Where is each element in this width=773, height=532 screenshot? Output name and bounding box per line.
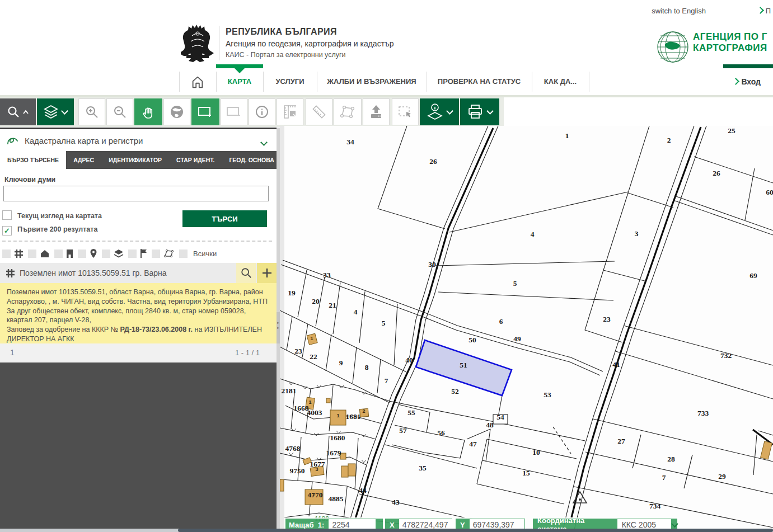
add-result-button[interactable]	[257, 263, 277, 283]
tab-quick-search[interactable]: БЪРЗО ТЪРСЕНЕ	[0, 151, 66, 169]
search-sidebar: Кадастрална карта и регистри БЪРЗО ТЪРСЕ…	[0, 128, 277, 532]
tab-old-identifier[interactable]: СТАР ИДЕНТ.	[169, 151, 222, 169]
filter-checkbox[interactable]	[128, 249, 137, 258]
horizontal-scrollbar[interactable]	[0, 529, 773, 532]
zoom-out-button[interactable]	[106, 98, 133, 125]
parcel-label: 40	[405, 356, 413, 364]
header-divider	[219, 26, 219, 60]
login-button[interactable]: Вход	[733, 68, 761, 95]
panel-header[interactable]: Кадастрална карта и регистри	[0, 128, 277, 151]
parcel-label: 3	[315, 467, 318, 472]
parcel-label: 7	[385, 376, 388, 385]
first-200-checkbox[interactable]: ✓	[2, 226, 12, 236]
nav-separator	[589, 72, 589, 92]
filter-checkbox[interactable]	[179, 249, 188, 258]
coat-of-arms-logo	[181, 23, 214, 63]
measure-area-button[interactable]	[277, 98, 303, 125]
filter-checkbox[interactable]	[2, 249, 11, 258]
zoom-in-button[interactable]	[78, 98, 105, 125]
pan-tool-button[interactable]	[134, 98, 162, 125]
panel-title: Кадастрална карта и регистри	[25, 136, 143, 145]
result-detail-box[interactable]: Поземлен имот 10135.5059.51, област Варн…	[0, 283, 277, 343]
home-button[interactable]	[179, 68, 216, 95]
filter-checkbox[interactable]	[152, 249, 160, 258]
parcel-label: 57	[399, 426, 407, 435]
tab-kak-da[interactable]: КАК ДА...	[532, 68, 589, 95]
caret-up-icon	[22, 110, 29, 114]
parcel-label: 5	[382, 319, 386, 327]
parcel-label: 3	[635, 229, 639, 238]
parcel-label: 8	[365, 363, 369, 371]
zoom-out-icon	[113, 105, 127, 119]
parcel-label: 30	[428, 260, 436, 269]
search-tool-button[interactable]	[0, 98, 36, 125]
app-window: switch to English П РЕПУБЛИКА БЪЛГАРИЯ А…	[0, 0, 773, 532]
search-result-row[interactable]: Поземлен имот 10135.5059.51 гр. Варна	[0, 263, 277, 283]
parcel-label: 21	[329, 301, 336, 309]
select-rect-cursor-icon	[397, 104, 413, 120]
parcel-label: 1	[565, 131, 569, 140]
layers-icon	[44, 105, 58, 119]
chevron-down-icon[interactable]	[260, 139, 268, 146]
page-range: 1 - 1 / 1	[235, 349, 260, 357]
result-order-number: РД-18-73/23.06.2008 г.	[120, 326, 193, 333]
apartment-icon	[66, 249, 73, 258]
top-partial-link[interactable]: П	[758, 7, 771, 15]
filter-checkbox[interactable]	[54, 249, 63, 258]
search-button[interactable]: ТЪРСИ	[182, 210, 267, 227]
active-tab-indicator	[216, 64, 263, 68]
panel-splitter[interactable]: ▸▸	[277, 128, 280, 532]
zoom-rectangle-in-button[interactable]	[191, 98, 219, 125]
measure-polygon-button[interactable]	[334, 98, 362, 125]
current-view-checkbox[interactable]	[2, 210, 12, 220]
filter-checkbox[interactable]	[102, 249, 110, 258]
zoom-to-result-button[interactable]	[236, 263, 256, 283]
tab-geodetic-basis[interactable]: ГЕОД. ОСНОВА	[222, 151, 281, 169]
globe-icon	[170, 105, 184, 119]
parcel-label: 47	[469, 440, 477, 448]
parcel-label: 22	[310, 352, 317, 361]
parcel-label: 23	[294, 347, 302, 355]
filter-all-label: Всички	[193, 249, 217, 258]
upload-button[interactable]	[363, 98, 390, 125]
zoom-in-icon	[85, 105, 99, 119]
parcel-label: 1	[308, 399, 311, 405]
parcel-label: 28	[667, 455, 675, 463]
map-toolbar	[0, 97, 504, 127]
switch-language-link[interactable]: switch to English	[652, 7, 706, 15]
panel-collapse-handle[interactable]: ▸▸	[277, 312, 280, 343]
tab-proverka[interactable]: ПРОВЕРКА НА СТАТУС	[427, 68, 532, 95]
tab-zhalbi[interactable]: ЖАЛБИ И ВЪЗРАЖЕНИЯ	[317, 68, 427, 95]
tab-identifier[interactable]: ИДЕНТИФИКАТОР	[101, 151, 169, 169]
filter-checkbox[interactable]	[28, 249, 36, 258]
parcel-grid-icon	[6, 269, 15, 278]
search-tabs: БЪРЗО ТЪРСЕНЕ АДРЕС ИДЕНТИФИКАТОР СТАР И…	[0, 151, 277, 169]
parcel-label: 2	[667, 136, 671, 144]
current-view-option[interactable]: Текущ изглед на картата	[2, 210, 102, 220]
first-200-option[interactable]: ✓Първите 200 резултата	[2, 225, 97, 236]
map-canvas[interactable]: 3426122526604330569233319202145650492322…	[280, 126, 773, 532]
measure-distance-button[interactable]	[306, 98, 332, 125]
divider	[2, 241, 272, 242]
search-icon	[7, 105, 20, 119]
zoom-rectangle-out-button[interactable]	[221, 98, 247, 125]
filter-checkbox[interactable]	[78, 249, 86, 258]
flag-icon	[140, 248, 147, 258]
layers-tool-button[interactable]	[37, 98, 74, 125]
layer-info-dropdown-button[interactable]	[420, 98, 459, 125]
upload-icon	[368, 104, 384, 120]
keywords-input[interactable]	[3, 186, 269, 201]
result-order-prefix: Заповед за одобрение на КККР №	[7, 326, 120, 333]
main-navigation: КАРТА УСЛУГИ ЖАЛБИ И ВЪЗРАЖЕНИЯ ПРОВЕРКА…	[0, 68, 773, 95]
parcel-label: 5	[513, 279, 517, 288]
world-extent-button[interactable]	[163, 98, 190, 125]
info-tool-button[interactable]	[249, 98, 275, 125]
parcel-label: 53	[544, 390, 551, 399]
scrollbar-thumb[interactable]	[178, 529, 773, 532]
tab-address[interactable]: АДРЕС	[66, 151, 101, 169]
chevron-down-icon[interactable]	[671, 520, 678, 528]
select-rectangle-button[interactable]	[392, 98, 419, 125]
tab-uslugi[interactable]: УСЛУГИ	[263, 68, 317, 95]
page-number[interactable]: 1	[10, 348, 15, 357]
print-dropdown-button[interactable]	[460, 98, 499, 125]
